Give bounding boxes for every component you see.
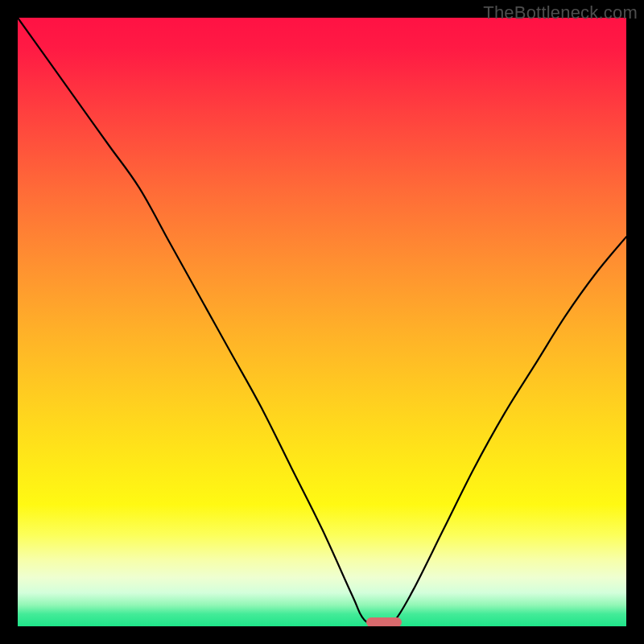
bottleneck-curve: [18, 18, 626, 626]
plot-area: [18, 18, 626, 626]
watermark-text: TheBottleneck.com: [483, 2, 638, 23]
chart-frame: TheBottleneck.com: [0, 0, 644, 644]
curve-path: [18, 18, 626, 626]
optimal-marker: [366, 617, 402, 626]
